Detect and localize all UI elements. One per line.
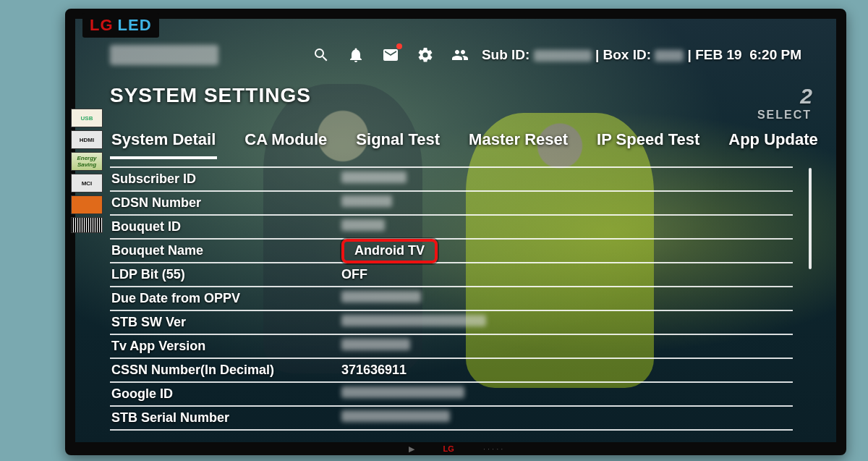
- table-row[interactable]: LDP Bit (55)OFF: [110, 262, 793, 286]
- tv-frame: LGLED 2 SELECT: [65, 9, 846, 455]
- table-row[interactable]: Account Balance: [110, 429, 793, 433]
- table-row[interactable]: Bouquet ID: [110, 214, 793, 238]
- row-label: STB Serial Number: [110, 410, 341, 426]
- tab-ca-module[interactable]: CA Module: [243, 127, 328, 159]
- tv-brand-badge: LGLED: [82, 13, 159, 38]
- bezel-stickers: USB HDMI Energy Saving MCI: [71, 109, 103, 236]
- row-value: [341, 386, 793, 402]
- provider-logo: [110, 45, 218, 65]
- page-title: SYSTEM SETTINGS: [110, 84, 311, 107]
- highlight-box: Android TV: [341, 239, 438, 263]
- row-value: [341, 219, 793, 234]
- status-date: | FEB 19: [688, 47, 742, 62]
- redacted-value: [341, 386, 464, 398]
- row-label: Due Date from OPPV: [110, 291, 341, 306]
- table-row[interactable]: Google ID: [110, 381, 793, 405]
- status-text: Sub ID: | Box ID: | FEB 19 6:20 PM: [482, 47, 801, 63]
- sticker-usb: USB: [71, 109, 103, 127]
- tv-screen: 2 SELECT Sub ID:: [75, 19, 836, 445]
- row-label: Bouquet Name: [110, 243, 341, 258]
- row-label: Google ID: [110, 386, 341, 402]
- sub-id-value: [534, 50, 592, 62]
- scrollbar-indicator[interactable]: [809, 168, 812, 269]
- sub-id-label: Sub ID:: [482, 47, 530, 62]
- watermark-text: SELECT: [757, 109, 812, 122]
- table-row[interactable]: Tv App Version: [110, 334, 793, 358]
- table-row[interactable]: Due Date from OPPV: [110, 286, 793, 310]
- mail-badge-icon: [396, 43, 402, 49]
- table-row[interactable]: STB Serial Number: [110, 405, 793, 429]
- row-value: Android TV: [341, 239, 793, 263]
- row-value: OFF: [341, 267, 793, 282]
- tabs: System DetailCA ModuleSignal TestMaster …: [110, 127, 801, 159]
- profile-icon[interactable]: [450, 45, 470, 65]
- row-value: 371636911: [341, 363, 793, 378]
- row-label: Tv App Version: [110, 339, 341, 354]
- box-id-label: | Box ID:: [595, 47, 651, 62]
- row-value: [341, 315, 793, 330]
- bell-icon[interactable]: [346, 45, 366, 65]
- sticker-barcode: [71, 217, 103, 233]
- tv-brand-sub: LED: [118, 16, 152, 34]
- redacted-value: [341, 339, 410, 350]
- channel-watermark: 2 SELECT: [757, 84, 812, 122]
- redacted-value: [341, 195, 392, 207]
- tab-master-reset[interactable]: Master Reset: [467, 127, 569, 159]
- redacted-value: [341, 291, 421, 303]
- tv-bottom-brand: LG: [443, 444, 454, 453]
- row-value: [341, 172, 793, 187]
- row-label: Bouquet ID: [110, 219, 341, 234]
- redacted-value: [341, 219, 385, 231]
- tab-system-detail[interactable]: System Detail: [110, 127, 217, 159]
- top-bar: Sub ID: | Box ID: | FEB 19 6:20 PM: [75, 39, 836, 71]
- table-row[interactable]: Subscriber ID: [110, 166, 793, 190]
- tab-signal-test[interactable]: Signal Test: [354, 127, 441, 159]
- table-row[interactable]: CSSN Number(In Decimal)371636911: [110, 358, 793, 381]
- sticker-orange: [71, 195, 103, 214]
- sticker-hdmi: HDMI: [71, 130, 103, 149]
- row-value: [341, 195, 793, 211]
- redacted-value: [341, 315, 486, 326]
- row-label: CDSN Number: [110, 195, 341, 211]
- row-label: Subscriber ID: [110, 172, 341, 187]
- row-value: [341, 291, 793, 306]
- mail-icon[interactable]: [380, 45, 401, 65]
- table-row[interactable]: CDSN Number: [110, 190, 793, 214]
- table-row[interactable]: Bouquet NameAndroid TV: [110, 238, 793, 262]
- redacted-value: [341, 172, 407, 183]
- row-label: CSSN Number(In Decimal): [110, 363, 341, 378]
- redacted-value: [341, 410, 450, 422]
- detail-rows: Subscriber IDCDSN NumberBouquet IDBouque…: [110, 166, 793, 433]
- watermark-number: 2: [757, 84, 812, 109]
- row-value: [341, 339, 793, 354]
- tv-brand: LG: [90, 16, 114, 34]
- status-time: 6:20 PM: [749, 47, 801, 62]
- gear-icon[interactable]: [415, 45, 435, 65]
- tab-app-update[interactable]: App Update: [727, 127, 819, 159]
- box-id-value: [655, 50, 684, 62]
- row-value: [341, 410, 793, 426]
- row-label: LDP Bit (55): [110, 267, 341, 282]
- table-row[interactable]: STB SW Ver: [110, 310, 793, 334]
- tv-bottom-bar: ▶ LG · · · · ·: [75, 442, 836, 455]
- tab-ip-speed-test[interactable]: IP Speed Test: [595, 127, 701, 159]
- search-icon[interactable]: [311, 45, 331, 65]
- row-label: STB SW Ver: [110, 315, 341, 330]
- sticker-mci: MCI: [71, 174, 103, 193]
- sticker-energy: Energy Saving: [71, 152, 103, 171]
